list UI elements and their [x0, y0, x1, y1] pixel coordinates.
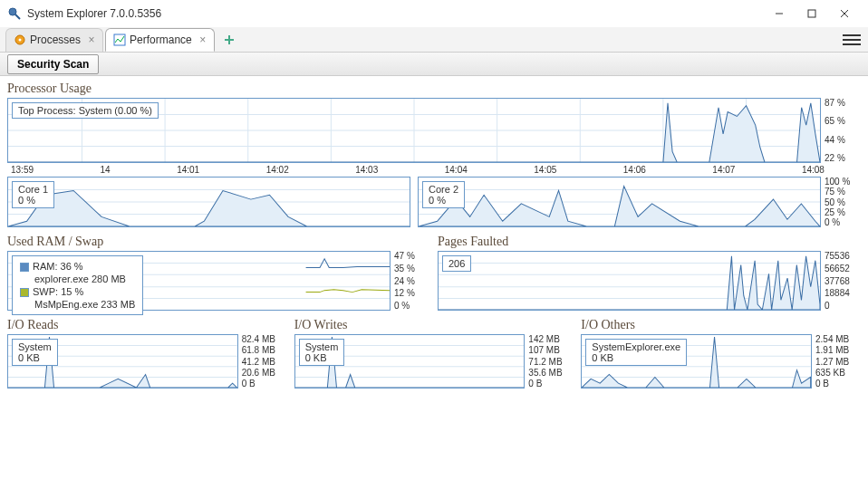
io-others-box: SystemExplorer.exe 0 KB [585, 339, 687, 366]
ram-line1: RAM: 36 % [33, 261, 83, 272]
io-writes-chart[interactable]: System 0 KB [294, 334, 526, 389]
svg-rect-3 [808, 10, 815, 17]
io-others-proc: SystemExplorer.exe [592, 341, 680, 352]
app-icon [7, 6, 22, 21]
core2-value: 0 % [429, 195, 458, 206]
core2-label: Core 2 [429, 184, 458, 195]
io-reads-box: System 0 KB [12, 339, 58, 366]
core1-value: 0 % [18, 195, 48, 206]
top-process-box: Top Process: System (0.00 %) [12, 102, 159, 119]
section-title-io-reads: I/O Reads [7, 318, 287, 332]
svg-line-1 [15, 14, 20, 19]
core1-chart[interactable]: Core 1 0 % [7, 177, 410, 227]
swp-line1: SWP: 15 % [33, 286, 83, 297]
section-title-ram: Used RAM / Swap [7, 235, 430, 249]
io-writes-proc: System [305, 341, 339, 352]
close-icon[interactable]: × [86, 34, 97, 45]
svg-rect-8 [114, 34, 125, 45]
section-title-io-others: I/O Others [581, 318, 861, 332]
ram-line2: explorer.exe 280 MB [20, 273, 135, 285]
toolbar: Security Scan [0, 53, 868, 76]
pages-faulted-chart[interactable]: 206 [438, 251, 821, 311]
security-scan-button[interactable]: Security Scan [7, 54, 99, 74]
close-icon[interactable]: × [198, 34, 208, 45]
section-title-processor: Processor Usage [7, 82, 861, 96]
pages-faulted-value: 206 [448, 258, 465, 269]
ram-swatch-icon [20, 263, 29, 272]
io-others-chart[interactable]: SystemExplorer.exe 0 KB [581, 334, 812, 389]
io-reads-proc: System [18, 341, 52, 352]
core2-chart[interactable]: Core 2 0 % [418, 177, 821, 227]
window-title: System Explorer 7.0.0.5356 [27, 7, 161, 20]
pages-faulted-box: 206 [442, 255, 471, 272]
core1-box: Core 1 0 % [12, 181, 54, 208]
hamburger-menu-button[interactable] [843, 31, 861, 49]
minimize-button[interactable] [763, 1, 796, 26]
tab-performance[interactable]: Performance × [105, 28, 215, 52]
io-others-value: 0 KB [592, 352, 680, 363]
processor-xticks: 13:591414:0114:0214:0314:0414:0514:0614:… [11, 165, 825, 175]
core2-box: Core 2 0 % [422, 181, 465, 208]
processor-usage-chart[interactable]: Top Process: System (0.00 %) [7, 98, 821, 163]
io-reads-chart[interactable]: System 0 KB [7, 334, 238, 389]
tabs-row: Processes × Performance × [0, 27, 868, 53]
cores-yticks: 100 %75 %50 %25 %0 % [825, 177, 857, 227]
processor-yticks: 87 %65 %44 %22 % [825, 98, 857, 163]
swap-swatch-icon [20, 288, 29, 297]
io-writes-yticks: 142 MB107 MB71.2 MB35.6 MB0 B [528, 334, 574, 389]
top-process-label: Top Process: System (0.00 %) [18, 105, 152, 116]
performance-icon [113, 34, 126, 46]
swp-line2: MsMpEng.exe 233 MB [20, 298, 135, 311]
io-others-yticks: 2.54 MB1.91 MB1.27 MB635 KB0 B [815, 334, 861, 389]
titlebar: System Explorer 7.0.0.5356 [0, 0, 868, 27]
core1-label: Core 1 [18, 184, 48, 195]
section-title-io-writes: I/O Writes [294, 318, 574, 332]
io-writes-box: System 0 KB [299, 339, 345, 366]
tab-label: Processes [30, 34, 81, 46]
ram-legend-box: RAM: 36 % explorer.exe 280 MB SWP: 15 % … [12, 255, 143, 315]
maximize-button[interactable] [796, 1, 828, 26]
ram-chart[interactable]: RAM: 36 % explorer.exe 280 MB SWP: 15 % … [7, 251, 391, 311]
close-button[interactable] [828, 1, 861, 26]
section-title-pages: Pages Faulted [438, 235, 861, 249]
content-area: Processor Usage Top Process: System (0.0… [0, 76, 868, 396]
gear-icon [14, 34, 26, 46]
pages-yticks: 755365665237768188840 [825, 251, 857, 311]
tab-processes[interactable]: Processes × [5, 28, 103, 52]
svg-point-7 [19, 39, 22, 42]
add-tab-button[interactable] [220, 31, 238, 49]
io-reads-value: 0 KB [18, 352, 52, 363]
io-writes-value: 0 KB [305, 352, 339, 363]
tab-label: Performance [130, 34, 192, 46]
svg-point-0 [9, 8, 16, 15]
io-reads-yticks: 82.4 MB61.8 MB41.2 MB20.6 MB0 B [242, 334, 287, 389]
ram-yticks: 47 %35 %24 %12 %0 % [394, 251, 427, 311]
